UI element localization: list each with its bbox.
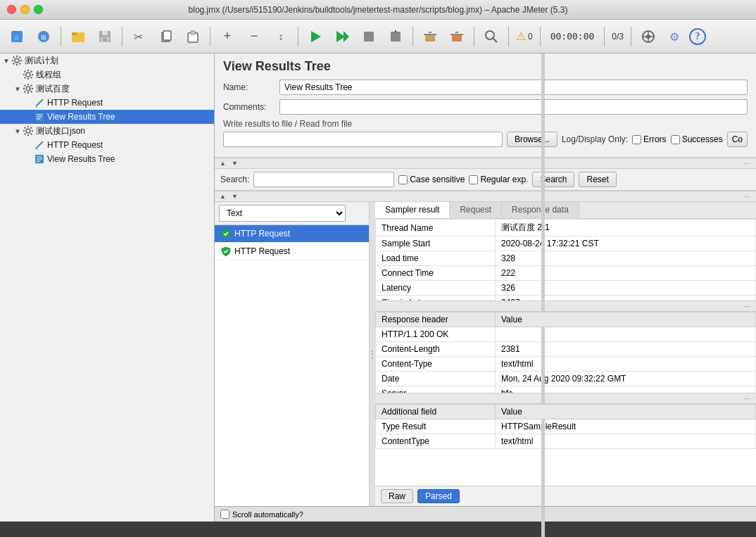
play-button[interactable] — [303, 24, 328, 49]
tree-item-http-req-2[interactable]: HTTP Request — [0, 138, 214, 152]
maximize-button[interactable] — [34, 5, 43, 14]
add-button[interactable]: + — [215, 24, 240, 49]
response-header-name: Content-Type — [376, 356, 496, 371]
close-button[interactable] — [7, 5, 16, 14]
sep1 — [61, 27, 61, 46]
svg-point-59 — [32, 88, 33, 89]
help-button[interactable]: ? — [689, 28, 706, 45]
remove-button[interactable]: − — [241, 24, 267, 49]
tree-item-http-req-1[interactable]: HTTP Request — [0, 96, 214, 110]
search-row: Search: Case sensitive Regular exp. Sear… — [215, 169, 756, 191]
configure-button[interactable]: Co — [727, 132, 748, 147]
svg-point-75 — [32, 130, 33, 132]
successes-checkbox[interactable] — [671, 135, 680, 144]
tab-response-data[interactable]: Response data — [502, 202, 579, 218]
case-sensitive-label[interactable]: Case sensitive — [398, 175, 465, 184]
options-button[interactable]: ⚙ — [662, 24, 688, 49]
dotdotdot-top[interactable]: ··· — [744, 159, 753, 168]
collapse-up-arrow[interactable]: ▲ — [218, 159, 228, 168]
clear-all-button[interactable] — [444, 24, 470, 49]
svg-point-62 — [30, 84, 32, 86]
errors-checkbox[interactable] — [632, 135, 641, 144]
copy-button[interactable] — [153, 24, 179, 49]
tree-item-cejiekou[interactable]: ▼测试接口json — [0, 124, 214, 138]
vertical-splitter[interactable] — [370, 202, 375, 506]
play-no-pause-button[interactable] — [329, 24, 355, 49]
tree-arrow: ▼ — [14, 127, 23, 135]
section-divider: ··· — [375, 301, 756, 312]
collapse-up-2[interactable]: ▲ — [218, 192, 228, 201]
dotdotdot-section[interactable]: ··· — [744, 302, 753, 310]
scroll-auto-label[interactable]: Scroll automatically? — [220, 510, 303, 519]
collapse-down-arrow[interactable]: ▼ — [229, 159, 240, 168]
regular-exp-checkbox[interactable] — [469, 175, 478, 184]
collapse-arrows-2[interactable]: ▲ ▼ — [218, 192, 240, 201]
response-header-value: bfe — [496, 386, 756, 393]
tree-item-vrt-1[interactable]: View Results Tree — [0, 110, 214, 124]
stop-button[interactable] — [356, 24, 382, 49]
scroll-auto-checkbox[interactable] — [220, 510, 229, 519]
save-button[interactable] — [92, 24, 118, 49]
dotdotdot-section-2[interactable]: ··· — [744, 394, 753, 403]
name-input[interactable] — [279, 80, 748, 95]
additional-field-row: ContentTypetext/html — [376, 434, 756, 449]
collapse-down-2[interactable]: ▼ — [229, 192, 240, 201]
response-header-col1: Response header — [376, 312, 496, 327]
tree-item-icon-results — [34, 153, 45, 165]
successes-checkbox-label[interactable]: Successes — [671, 134, 723, 144]
browse-button[interactable]: Browse... — [507, 132, 557, 147]
filename-input[interactable] — [223, 132, 503, 147]
tab-sampler-result[interactable]: Sampler result — [375, 202, 450, 218]
tree-item-test-plan[interactable]: ▼测试计划 — [0, 53, 214, 68]
svg-line-64 — [36, 101, 42, 106]
comments-input[interactable] — [279, 99, 748, 115]
collapse-arrows-top[interactable]: ▲ ▼ — [218, 159, 240, 168]
regular-exp-label[interactable]: Regular exp. — [469, 175, 528, 184]
minimize-button[interactable] — [20, 5, 30, 14]
home-button[interactable]: ⌂ — [4, 24, 30, 49]
reset-button[interactable]: Reset — [579, 172, 616, 187]
sampler-value: 2497 — [496, 296, 756, 301]
case-sensitive-checkbox[interactable] — [398, 175, 408, 184]
remote-button[interactable] — [636, 24, 661, 49]
cut-button[interactable]: ✂ — [127, 24, 152, 49]
stop-now-button[interactable] — [383, 24, 408, 49]
tree-item-cebai[interactable]: ▼测试百度 — [0, 82, 214, 96]
type-selector[interactable]: Text RegExp Tester CSS/JQuery Tester XPa… — [219, 205, 346, 222]
response-header-value: 2381 — [496, 341, 756, 356]
templates-button[interactable]: ⊞ — [31, 24, 56, 49]
search-button[interactable]: Search — [532, 172, 574, 187]
svg-point-31 — [646, 34, 650, 39]
response-header-name: Date — [376, 371, 496, 386]
open-button[interactable] — [65, 24, 91, 49]
result-item-http-req-2[interactable]: HTTP Request — [215, 243, 369, 260]
svg-point-52 — [30, 77, 32, 78]
clear-button[interactable] — [417, 24, 443, 49]
window-controls[interactable] — [7, 5, 43, 14]
sep3 — [210, 27, 210, 46]
errors-checkbox-label[interactable]: Errors — [632, 134, 667, 144]
paste-button[interactable] — [180, 24, 206, 49]
response-header-row: Content-Length2381 — [376, 341, 756, 356]
additional-field-row: Type ResultHTTPSampleResult — [376, 419, 756, 434]
svg-point-42 — [13, 56, 14, 58]
tree-item-thread-group[interactable]: 线程组 — [0, 68, 214, 82]
tree-arrow: ▼ — [14, 85, 23, 93]
format-row: Raw Parsed — [375, 486, 756, 506]
format-raw-tab[interactable]: Raw — [381, 489, 413, 503]
toggle-button[interactable]: ↕ — [268, 24, 294, 49]
results-left-panel: Text RegExp Tester CSS/JQuery Tester XPa… — [215, 202, 370, 506]
svg-point-37 — [15, 58, 19, 63]
search-toolbar-button[interactable] — [479, 24, 504, 49]
search-input[interactable] — [253, 172, 394, 187]
tree-item-vrt-2[interactable]: View Results Tree — [0, 152, 214, 166]
dotdotdot-2[interactable]: ··· — [744, 192, 753, 201]
result-item-http-req-selected[interactable]: HTTP Request — [215, 225, 369, 243]
svg-line-81 — [42, 141, 43, 143]
regular-exp-text: Regular exp. — [480, 175, 528, 184]
svg-text:⊞: ⊞ — [41, 34, 46, 41]
format-parsed-tab[interactable]: Parsed — [417, 489, 460, 503]
sep2 — [122, 27, 122, 46]
result-item-label: HTTP Request — [234, 246, 290, 256]
tab-request[interactable]: Request — [450, 202, 502, 218]
